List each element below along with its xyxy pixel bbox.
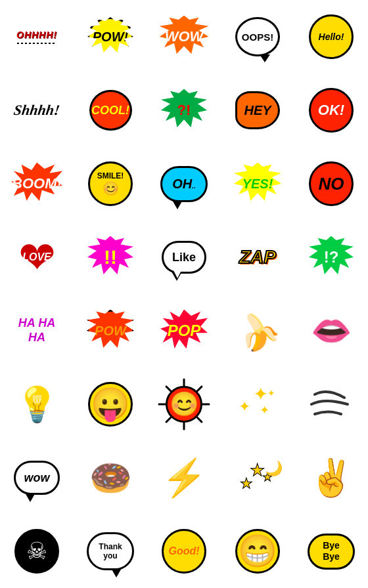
sticker-byebye[interactable]: Bye Bye (294, 514, 368, 588)
pop-label: POP (168, 322, 201, 340)
redsmiley-emoji-icon: 😊 (170, 390, 199, 418)
hey-label: HEY (244, 103, 271, 118)
sticker-boom[interactable]: BOOM! (0, 147, 74, 220)
smiley-circle: 😛 (88, 382, 133, 427)
wow1-burst: WOW (160, 16, 209, 58)
bigsmiley-circle: 😁 (235, 529, 280, 574)
sticker-love[interactable]: ❤ LOVE (0, 220, 74, 294)
oh-cloud: OH.. (160, 166, 208, 202)
skull-icon: ☠ (26, 537, 47, 565)
interrobang-label: !? (324, 248, 339, 266)
sticker-hey[interactable]: HEY (221, 74, 294, 147)
sticker-starmoon[interactable]: ★ ★ ★ 🌙 (221, 441, 294, 514)
oops-label: OOPS! (242, 32, 273, 43)
exclaim-burst: !! (87, 236, 133, 279)
pop-burst: POP (160, 310, 208, 352)
love-heart: ❤ LOVE (13, 235, 60, 280)
sticker-wowbubble[interactable]: wow (0, 441, 74, 514)
sticker-lips[interactable]: 👄 (294, 294, 368, 368)
smile-label: SMILE! (97, 171, 124, 180)
sticker-thankyou[interactable]: Thank you (74, 514, 147, 588)
sticker-stars[interactable]: ✦ ✦ ✦ ✦ (221, 368, 294, 441)
donut-icon: 🍩 (89, 458, 132, 498)
sticker-pow2[interactable]: POW (74, 294, 147, 368)
sticker-pow1[interactable]: POW! (74, 0, 147, 74)
like-label: Like (172, 251, 196, 264)
sticker-banana[interactable]: 🍌 (221, 294, 294, 368)
hey-bubble: HEY (235, 91, 280, 129)
sticker-question[interactable]: ?! (147, 74, 221, 147)
sticker-redsmiley[interactable]: 😊 (147, 368, 221, 441)
wow1-label: WOW (165, 28, 204, 45)
starmoon-star-mid-icon: ★ (240, 475, 253, 492)
sticker-smiley[interactable]: 😛 (74, 368, 147, 441)
boom-label: BOOM! (12, 175, 62, 192)
peace-hand-icon: ✌️ (309, 457, 354, 499)
good-label: Good! (168, 545, 199, 557)
bulb-icon: 💡 (16, 385, 58, 425)
sticker-like[interactable]: Like (147, 220, 221, 294)
stars-group: ✦ ✦ ✦ ✦ (233, 380, 283, 429)
redsmiley-face: 😊 (166, 386, 202, 423)
sticker-wind[interactable] (294, 368, 368, 441)
starmoon-moon-icon: 🌙 (265, 460, 283, 477)
sticker-good[interactable]: Good! (147, 514, 221, 588)
no-label: NO (319, 174, 344, 194)
banana-icon: 🍌 (231, 304, 285, 357)
star-big-icon: ✦ (253, 383, 268, 405)
sticker-bigsmiley[interactable]: 😁 (221, 514, 294, 588)
sticker-peace[interactable]: ✌️ (294, 441, 368, 514)
thankyou-label: Thank you (99, 542, 122, 561)
love-label: LOVE (22, 251, 51, 263)
sticker-zap[interactable]: ZAP (221, 220, 294, 294)
sticker-grid: OHHHH! POW! WOW OOPS! Hello! (0, 0, 368, 588)
sticker-oh[interactable]: OH.. (147, 147, 221, 220)
boom-burst: BOOM! (11, 163, 62, 205)
sticker-hahaha[interactable]: HA HA HA (0, 294, 74, 368)
pow1-bubble: POW! (87, 17, 133, 56)
interrobang-burst: !? (309, 236, 354, 279)
oh-label: OH.. (172, 177, 196, 192)
cool-bubble: COOL! (89, 90, 132, 131)
thankyou-cloud: Thank you (87, 532, 134, 570)
byebye-cloud: Bye Bye (308, 534, 355, 570)
sticker-yes[interactable]: YES! (221, 147, 294, 220)
hahaha-label: HA HA HA (18, 316, 55, 345)
sticker-donut[interactable]: 🍩 (74, 441, 147, 514)
lips-icon: 👄 (311, 312, 352, 350)
starmoon-group: ★ ★ ★ 🌙 (233, 457, 283, 499)
sticker-lightning[interactable]: ⚡ (147, 441, 221, 514)
pow2-label: POW (95, 324, 126, 339)
sticker-ok[interactable]: OK! (294, 74, 368, 147)
shhhh-label: Shhhh! (12, 102, 60, 119)
bigsmiley-icon: 😁 (238, 533, 277, 570)
question-label: ?! (177, 102, 191, 119)
sticker-exclaim[interactable]: !! (74, 220, 147, 294)
no-circle: NO (309, 161, 354, 206)
byebye-label: Bye Bye (323, 540, 340, 562)
sticker-oops[interactable]: OOPS! (221, 0, 294, 74)
ok-circle: OK! (309, 88, 354, 133)
exclaim-label: !! (104, 246, 117, 268)
sticker-pop[interactable]: POP (147, 294, 221, 368)
sticker-no[interactable]: NO (294, 147, 368, 220)
star-small-icon: ✦ (260, 403, 269, 417)
sticker-cool[interactable]: COOL! (74, 74, 147, 147)
yes-label: YES! (242, 177, 273, 192)
sticker-smile[interactable]: SMILE! 😊 (74, 147, 147, 220)
sticker-skull[interactable]: ☠ (0, 514, 74, 588)
oops-bubble: OOPS! (235, 17, 280, 56)
sticker-hello[interactable]: Hello! (294, 0, 368, 74)
wind-icon (308, 385, 354, 424)
wow-cloud-label: wow (24, 471, 50, 485)
cool-label: COOL! (91, 104, 129, 117)
sticker-ohhhh[interactable]: OHHHH! (0, 0, 74, 74)
sticker-shhhh[interactable]: Shhhh! (0, 74, 74, 147)
yes-burst: YES! (234, 163, 281, 205)
smiley-icon: 😛 (91, 386, 130, 423)
sticker-bulb[interactable]: 💡 (0, 368, 74, 441)
lightning-icon: ⚡ (162, 457, 207, 499)
pow1-label: POW! (93, 30, 128, 45)
sticker-wow1[interactable]: WOW (147, 0, 221, 74)
sticker-interrobang[interactable]: !? (294, 220, 368, 294)
